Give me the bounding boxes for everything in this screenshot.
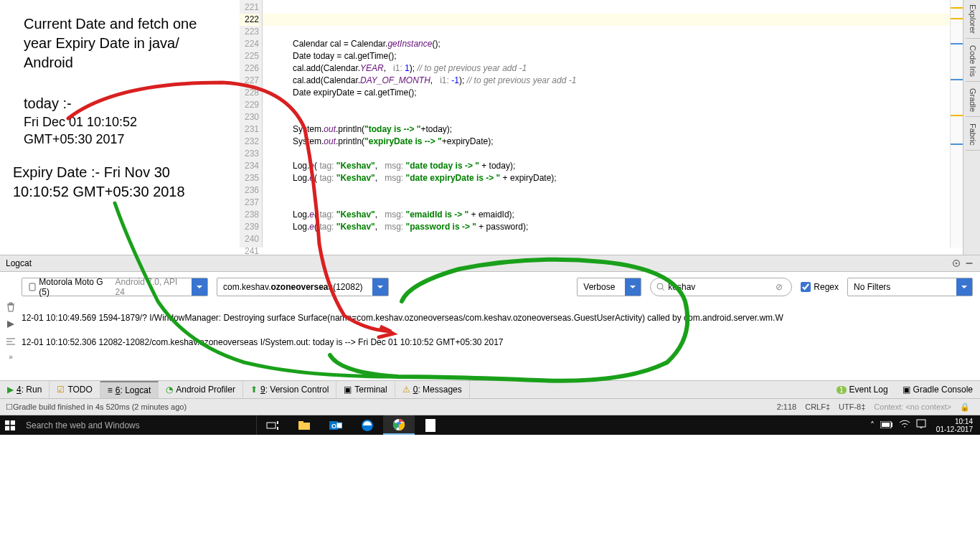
bottom-tool-tabs: ▶4: Run ☑TODO ≡6: Logcat ◔Android Profil… — [0, 380, 980, 399]
windows-taskbar: Search the web and Windows O ˄ 10:14 01-… — [0, 415, 980, 435]
svg-rect-21 — [425, 419, 435, 432]
app-dropdown[interactable]: com.keshav.ozoneoverseas (12082) — [217, 278, 389, 296]
lock-icon: 🔒 — [956, 402, 974, 412]
svg-rect-13 — [298, 423, 310, 430]
svg-rect-25 — [917, 420, 925, 427]
context-label: Context: <no context> — [870, 402, 956, 411]
logcat-side-toolbar: » — [3, 301, 19, 361]
right-tab-gradle[interactable]: Gradle — [966, 84, 980, 117]
tray-chevron-icon[interactable]: ˄ — [870, 420, 875, 430]
notification-icon[interactable] — [916, 419, 926, 431]
log-row: 12-01 10:10:52.306 12082-12082/com.kesha… — [22, 336, 973, 349]
annotation-panel: Current Date and fetch one year Expiry D… — [6, 0, 239, 248]
clear-icon[interactable]: ⊘ — [776, 282, 786, 292]
tab-gradleconsole[interactable]: ▣Gradle Console — [895, 385, 980, 395]
right-tab-explorer[interactable]: Explorer — [966, 0, 980, 39]
svg-rect-6 — [5, 420, 9, 425]
editor-gutter: 221 222 223 224 225 226 227 228 229 230 … — [240, 0, 263, 248]
blank-area — [0, 435, 980, 551]
windows-icon — [5, 420, 15, 430]
tab-todo[interactable]: ☑TODO — [50, 381, 100, 398]
outlook-icon[interactable]: O — [320, 415, 352, 435]
svg-text:O: O — [331, 423, 336, 430]
annotation-today-value: Fri Dec 01 10:10:52 GMT+05:30 2017 — [24, 113, 167, 149]
filter-dropdown[interactable]: No Filters — [847, 278, 973, 296]
logcat-header: Logcat — [0, 255, 980, 272]
document-icon[interactable] — [415, 415, 446, 435]
tab-terminal[interactable]: ▣Terminal — [336, 381, 395, 398]
logcat-search[interactable]: ⊘ — [650, 278, 792, 296]
tab-run[interactable]: ▶4: Run — [0, 381, 50, 398]
start-button[interactable] — [0, 415, 20, 435]
expand-icon[interactable]: » — [9, 353, 13, 361]
phone-icon — [28, 283, 37, 291]
svg-rect-14 — [298, 421, 303, 423]
explorer-icon[interactable] — [288, 415, 320, 435]
logcat-toolbar: Motorola Moto G (5) Android 7.0, API 24 … — [22, 275, 973, 299]
loglevel-dropdown[interactable]: Verbose — [577, 278, 641, 296]
tab-logcat[interactable]: ≡6: Logcat — [100, 381, 159, 398]
annotation-title: Current Date and fetch one year Expiry D… — [24, 14, 228, 72]
svg-rect-12 — [277, 427, 278, 430]
taskbar-search[interactable]: Search the web and Windows — [20, 415, 257, 435]
chevron-down-icon — [956, 278, 972, 296]
chevron-down-icon — [192, 278, 207, 296]
log-row: 12-01 10:10:52.306 12082-12082/com.kesha… — [22, 361, 973, 362]
svg-rect-3 — [29, 283, 35, 291]
svg-line-5 — [662, 288, 664, 291]
log-row: 12-01 10:10:49.569 1594-1879/? I/WindowM… — [22, 312, 973, 324]
trash-icon[interactable] — [5, 301, 17, 313]
scroll-end-icon[interactable] — [5, 319, 17, 330]
clock[interactable]: 10:14 01-12-2017 — [932, 418, 977, 433]
right-tab-fabric[interactable]: Fabric — [966, 119, 980, 151]
svg-rect-8 — [5, 425, 9, 430]
svg-rect-9 — [11, 425, 15, 430]
status-message: Gradle build finished in 4s 520ms (2 min… — [13, 402, 773, 411]
chevron-down-icon — [372, 278, 388, 296]
right-toolbar: Explorer Code Iris Gradle Fabric — [963, 0, 980, 255]
svg-rect-24 — [882, 423, 890, 427]
tab-messages[interactable]: ⚠0: Messages — [395, 381, 470, 398]
taskview-icon[interactable] — [257, 415, 288, 435]
svg-rect-17 — [336, 423, 342, 428]
regex-checkbox[interactable]: Regex — [801, 282, 839, 292]
annotation-today-label: today :- — [24, 94, 92, 113]
system-tray[interactable]: ˄ 10:14 01-12-2017 — [870, 415, 980, 435]
right-tab-codeiris[interactable]: Code Iris — [966, 41, 980, 82]
svg-point-1 — [956, 263, 958, 265]
hide-icon[interactable] — [964, 258, 974, 268]
tab-eventlog[interactable]: 1Event Log — [829, 385, 895, 395]
wrap-icon[interactable] — [5, 336, 17, 347]
encoding[interactable]: UTF-8‡ — [834, 402, 870, 411]
edge-icon[interactable] — [352, 415, 383, 435]
logcat-title: Logcat — [6, 258, 32, 268]
editor-minimap[interactable] — [950, 0, 963, 248]
annotation-expiry: Expiry Date :- Fri Nov 30 10:10:52 GMT+0… — [13, 163, 228, 202]
status-bar: ☐ Gradle build finished in 4s 520ms (2 m… — [0, 399, 980, 415]
line-ending[interactable]: CRLF‡ — [801, 402, 834, 411]
gear-icon[interactable] — [951, 258, 961, 268]
wifi-icon[interactable] — [899, 420, 910, 430]
svg-rect-2 — [966, 263, 973, 264]
svg-rect-11 — [277, 421, 278, 424]
svg-point-4 — [657, 283, 663, 289]
search-icon — [656, 283, 665, 291]
chevron-down-icon — [625, 278, 641, 296]
code-editor[interactable]: 221 222 223 224 225 226 227 228 229 230 … — [240, 0, 963, 248]
battery-icon[interactable] — [880, 420, 893, 430]
cursor-position: 2:118 — [773, 402, 801, 411]
tab-profiler[interactable]: ◔Android Profiler — [159, 381, 243, 398]
svg-rect-23 — [891, 423, 892, 427]
logcat-search-input[interactable] — [668, 282, 776, 292]
editor-code[interactable]: Calendar cal = Calendar.getInstance(); D… — [263, 0, 950, 248]
tab-vcs[interactable]: ⬆9: Version Control — [243, 381, 336, 398]
svg-rect-10 — [267, 423, 275, 428]
device-dropdown[interactable]: Motorola Moto G (5) Android 7.0, API 24 — [22, 278, 208, 296]
chrome-icon[interactable] — [383, 415, 415, 435]
logcat-output[interactable]: 12-01 10:10:49.569 1594-1879/? I/WindowM… — [22, 300, 973, 362]
svg-rect-7 — [11, 420, 15, 425]
